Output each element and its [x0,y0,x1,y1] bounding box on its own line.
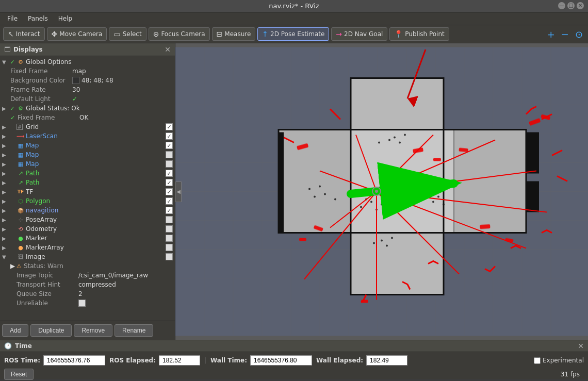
measure-icon: ⊟ [217,30,223,38]
svg-point-57 [373,242,375,244]
posearray-item[interactable]: ▶ ⊹ PoseArray [0,215,175,224]
global-status-item[interactable]: ▶ ✓ ⚙ Global Status: Ok [0,104,175,113]
laserscan-item[interactable]: ▶ ⟿ LaserScan [0,131,175,141]
marker-item[interactable]: ▶ ● Marker [0,234,175,243]
global-status-ff-label: Fixed Frame [18,114,79,121]
duplicate-button[interactable]: Duplicate [30,324,72,337]
tf-item[interactable]: ▶ TF TF [0,187,175,196]
polygon-checkbox[interactable] [166,197,173,205]
svg-point-53 [394,137,396,139]
focus-camera-tool[interactable]: ⊕ Focus Camera [149,27,210,41]
map3-item[interactable]: ▶ ▦ Map [0,159,175,169]
markerarray-item[interactable]: ▶ ● MarkerArray [0,243,175,252]
menu-help[interactable]: Help [53,13,77,24]
camera-reset-button[interactable]: ⊙ [573,28,585,41]
svg-point-43 [427,178,429,180]
navagition-item[interactable]: ▶ 📦 navagition [0,206,175,215]
frame-rate-label: Frame Rate [10,86,72,93]
select-tool[interactable]: ▭ Select [109,27,146,41]
svg-point-60 [391,237,393,239]
map2-checkbox[interactable] [166,151,173,158]
queue-size-label: Queue Size [17,290,78,297]
grid-icon: # [17,124,23,130]
panel-toggle[interactable]: ◀ [175,181,182,202]
path2-item[interactable]: ▶ ↗ Path [0,178,175,187]
fixed-frame-row: Fixed Frame map [6,67,175,76]
path1-checkbox[interactable] [166,170,173,177]
posearray-expand: ▶ [2,217,8,223]
2d-nav-tool[interactable]: → 2D Nav Goal [331,27,387,41]
experimental-checkbox[interactable] [534,357,541,364]
minimize-button[interactable]: — [558,2,565,9]
map1-item[interactable]: ▶ ▦ Map [0,141,175,150]
global-options-item[interactable]: ▼ ✓ ⚙ Global Options [0,57,175,67]
map3-icon: ▦ [17,161,25,168]
tf-icon: TF [17,189,25,194]
svg-rect-25 [279,130,351,233]
displays-header-left: 🗔 Displays [4,46,43,53]
time-clock-icon: 🕐 [4,342,12,350]
odometry-item[interactable]: ▶ ⟲ Odometry [0,224,175,234]
measure-tool[interactable]: ⊟ Measure [212,27,256,41]
marker-checkbox[interactable] [166,235,173,242]
map2-item[interactable]: ▶ ▦ Map [0,150,175,159]
close-button[interactable]: ✕ [577,2,584,9]
tf-checkbox[interactable] [166,188,173,195]
grid-item[interactable]: ▶ # Grid [0,122,175,131]
svg-rect-76 [433,158,441,161]
displays-panel-close[interactable]: ✕ [165,45,171,54]
rename-button[interactable]: Rename [115,324,153,337]
map2-name: Map [25,151,166,158]
bg-color-value: 48; 48; 48 [81,77,113,84]
wall-time-input[interactable] [250,355,312,366]
global-status-expand: ▶ [2,106,8,111]
2d-nav-label: 2D Nav Goal [344,30,383,38]
posearray-checkbox[interactable] [166,216,173,223]
move-camera-tool[interactable]: ✥ Move Camera [47,27,107,41]
2d-pose-tool[interactable]: ↑ 2D Pose Estimate [257,27,329,41]
grid-checkbox[interactable] [166,123,173,130]
reset-button[interactable]: Reset [4,369,34,380]
marker-icon: ● [17,235,25,242]
marker-expand: ▶ [2,236,8,241]
polygon-item[interactable]: ▶ ⬡ Polygon [0,196,175,206]
svg-point-32 [324,193,326,195]
wall-elapsed-field: Wall Elapsed: [316,355,407,366]
menu-file[interactable]: File [2,13,23,24]
map-visualization [175,43,588,340]
laserscan-checkbox[interactable] [166,132,173,140]
menu-panels[interactable]: Panels [23,13,53,24]
publish-point-tool[interactable]: 📍 Publish Point [389,27,449,41]
global-options-expand: ▼ [2,59,8,65]
global-options-icon: ⚙ [17,59,25,65]
select-label: Select [123,30,142,38]
image-expand: ▼ [2,254,8,260]
map1-checkbox[interactable] [166,142,173,149]
unreliable-checkbox[interactable] [78,300,86,307]
time-panel-close[interactable]: ✕ [578,342,584,350]
wall-elapsed-input[interactable] [366,355,407,366]
image-item[interactable]: ▼ 🖼 Image [0,252,175,261]
svg-point-34 [308,188,311,190]
map3-checkbox[interactable] [166,160,173,168]
path1-item[interactable]: ▶ ↗ Path [0,169,175,178]
zoom-out-button[interactable]: − [559,28,571,41]
experimental-label: Experimental [543,357,584,364]
ros-time-input[interactable] [43,355,105,366]
displays-header: 🗔 Displays ✕ [0,43,175,56]
image-checkbox[interactable] [166,253,173,260]
ros-elapsed-input[interactable] [159,355,200,366]
path2-checkbox[interactable] [166,179,173,186]
3d-view[interactable]: ◀ [175,43,588,340]
navagition-checkbox[interactable] [166,207,173,214]
odometry-checkbox[interactable] [166,225,173,233]
interact-tool[interactable]: ↖ Interact [3,27,45,41]
global-status-fixed-frame-row: ✓ Fixed Frame OK [6,113,175,122]
maximize-button[interactable]: □ [567,2,575,9]
tf-expand: ▶ [2,189,8,195]
svg-point-47 [360,206,362,208]
markerarray-checkbox[interactable] [166,244,173,251]
remove-button[interactable]: Remove [74,324,112,337]
zoom-in-button[interactable]: + [545,28,557,41]
add-button[interactable]: Add [2,324,28,337]
